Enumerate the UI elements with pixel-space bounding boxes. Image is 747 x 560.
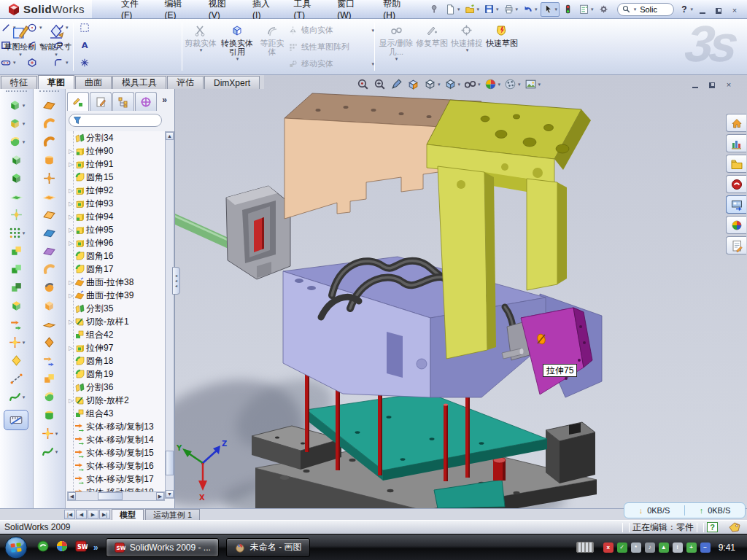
- search-box[interactable]: ▾: [617, 3, 675, 16]
- spline-feature-icon-caret[interactable]: ▾: [23, 394, 26, 400]
- select-cursor-icon-caret[interactable]: ▾: [555, 7, 558, 12]
- tree-item[interactable]: ▷ 切除-放样1: [67, 315, 165, 328]
- tree-item[interactable]: 圆角19: [67, 368, 165, 381]
- custom-properties-tab[interactable]: [726, 236, 746, 254]
- tree-vertical-scrollbar[interactable]: ▲ ▼: [165, 131, 174, 499]
- tree-item[interactable]: 分割34: [67, 131, 165, 144]
- knit-surface-icon[interactable]: [34, 242, 65, 260]
- antivirus-tray-icon[interactable]: ✓: [617, 542, 627, 553]
- tree-item[interactable]: ▷ 拉伸93: [67, 197, 165, 210]
- menu-item[interactable]: 插入(I): [242, 0, 283, 18]
- expand-arrow-icon[interactable]: ▷: [67, 201, 74, 207]
- smart-dimension-caret[interactable]: ▾: [55, 52, 58, 58]
- tab-scroll-button[interactable]: ▶|: [99, 510, 110, 519]
- extruded-cut-icon-caret[interactable]: ▾: [23, 121, 26, 127]
- spline-feature-icon[interactable]: ▾: [0, 388, 33, 406]
- display-style-icon[interactable]: ▾: [444, 77, 461, 91]
- expand-arrow-icon[interactable]: ▷: [67, 148, 74, 155]
- tree-item[interactable]: ▷ 拉伸96: [67, 236, 165, 249]
- split-line-icon[interactable]: ▾: [34, 424, 65, 443]
- linear-pattern-icon[interactable]: ▾: [0, 224, 33, 242]
- solidworks-search-tab[interactable]: [726, 175, 746, 193]
- planar-surface-icon[interactable]: [34, 187, 65, 206]
- new-document-icon[interactable]: ▾: [444, 3, 462, 16]
- revolved-surface-icon[interactable]: [34, 114, 65, 133]
- tree-item[interactable]: ▷ 切除-放样2: [67, 394, 165, 407]
- options-list-icon[interactable]: ▾: [577, 3, 595, 16]
- solidworks-quick-icon[interactable]: SW: [74, 540, 88, 555]
- split-feature-icon[interactable]: ▾: [0, 333, 33, 351]
- scroll-right-arrow[interactable]: ▶: [156, 492, 164, 500]
- view-orientation-icon[interactable]: ▾: [423, 77, 441, 91]
- model-tab[interactable]: 运动算例 1: [145, 509, 200, 520]
- tree-item[interactable]: 圆角16: [67, 249, 165, 262]
- quick-launch-chevron[interactable]: »: [93, 542, 98, 553]
- selection-box-tool[interactable]: [79, 22, 105, 34]
- scroll-thumb[interactable]: [98, 492, 123, 500]
- tree-item[interactable]: ▷ 曲面-拉伸38: [67, 276, 165, 289]
- graphics-viewport[interactable]: Y Z X: [175, 75, 747, 508]
- revolved-boss-icon[interactable]: [0, 151, 33, 169]
- tree-item[interactable]: 实体-移动/复制16: [67, 459, 165, 472]
- settings-gear-icon[interactable]: [597, 3, 611, 16]
- keyboard-layout-icon[interactable]: [576, 542, 594, 553]
- hide-show-items-icon[interactable]: ▾: [463, 77, 481, 91]
- model-stop-pin[interactable]: [493, 457, 506, 481]
- scroll-up-arrow[interactable]: ▲: [166, 132, 174, 140]
- security-alert-tray-icon[interactable]: x: [603, 542, 614, 553]
- zoom-to-area-icon[interactable]: [373, 77, 387, 91]
- dome-icon[interactable]: [34, 406, 65, 424]
- tab-scroll-button[interactable]: ▶: [88, 510, 98, 519]
- file-explorer-tab[interactable]: [726, 155, 746, 173]
- menu-item[interactable]: 文件(F): [111, 0, 155, 18]
- messenger-quick-icon[interactable]: [36, 540, 50, 555]
- connection-tray-icon[interactable]: ▲: [659, 542, 669, 553]
- model-tab[interactable]: 模型: [112, 509, 144, 520]
- save-icon-caret[interactable]: ▾: [496, 7, 499, 12]
- appearances-scenes-tab[interactable]: [726, 216, 746, 234]
- tag-icon[interactable]: [728, 521, 741, 533]
- convert-entities-button[interactable]: 转换实体引用▾: [218, 21, 256, 72]
- tree-item[interactable]: 分割36: [67, 381, 165, 394]
- fillet-feature-icon-caret[interactable]: ▾: [23, 139, 26, 145]
- smart-dimension-button[interactable]: 智能尺寸 ▾: [39, 21, 73, 72]
- viewport-restore-button[interactable]: [707, 79, 717, 88]
- thicken-icon[interactable]: [34, 370, 65, 388]
- spline-surface-icon[interactable]: ▾: [34, 443, 65, 461]
- tab-DimXpert[interactable]: DimXpert: [204, 76, 260, 89]
- edit-appearance-icon-caret[interactable]: ▾: [498, 82, 501, 88]
- intersect-icon[interactable]: [0, 279, 33, 297]
- help-caret[interactable]: ▾: [690, 7, 693, 12]
- sketch-button-caret[interactable]: ▾: [19, 52, 22, 58]
- open-icon-caret[interactable]: ▾: [477, 7, 480, 12]
- curve-icon[interactable]: [0, 370, 33, 388]
- sync-tray-icon[interactable]: −: [700, 542, 711, 553]
- viewport-close-button[interactable]: ×: [724, 79, 734, 88]
- propertymanager-tab[interactable]: [90, 92, 112, 111]
- extruded-boss-icon[interactable]: ▾: [0, 96, 33, 114]
- split-line-icon-caret[interactable]: ▾: [55, 431, 58, 437]
- dimxpertmanager-tab[interactable]: [135, 92, 157, 111]
- undo-icon-caret[interactable]: ▾: [535, 7, 538, 12]
- extend-surface-icon[interactable]: [34, 315, 65, 333]
- fillet-feature-icon[interactable]: ▾: [0, 133, 33, 151]
- ruled-surface-icon[interactable]: [34, 224, 65, 242]
- expand-arrow-icon[interactable]: ▷: [67, 240, 74, 246]
- search-input[interactable]: [638, 4, 669, 15]
- configurationmanager-tab[interactable]: [112, 92, 134, 111]
- move-copy-bodies-icon[interactable]: [0, 315, 33, 333]
- expand-arrow-icon[interactable]: ▷: [67, 214, 74, 220]
- split-feature-icon-caret[interactable]: ▾: [23, 340, 26, 346]
- viewport-minimize-button[interactable]: [690, 79, 700, 88]
- extruded-surface-icon[interactable]: [34, 96, 65, 114]
- trim-entities-button-caret[interactable]: ▾: [200, 47, 203, 53]
- expand-arrow-icon[interactable]: ▷: [67, 292, 74, 299]
- rebuild-traffic-light-icon[interactable]: [561, 3, 576, 16]
- previous-view-icon[interactable]: [390, 77, 403, 91]
- minimize-button[interactable]: [697, 5, 708, 14]
- shell-icon[interactable]: [0, 169, 33, 187]
- panel-overflow-button[interactable]: »: [162, 95, 167, 105]
- tree-horizontal-scrollbar[interactable]: ◀ ▶: [67, 491, 165, 501]
- menu-item[interactable]: 工具(T): [284, 0, 328, 18]
- browser-ball-quick-icon[interactable]: [55, 540, 69, 555]
